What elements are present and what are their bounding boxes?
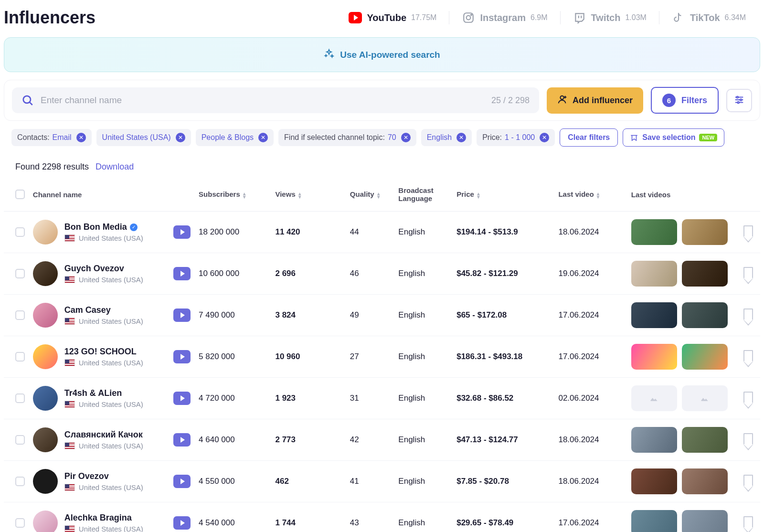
video-thumbnail[interactable] bbox=[631, 219, 677, 245]
bookmark-button[interactable] bbox=[743, 516, 753, 528]
avatar[interactable] bbox=[33, 427, 58, 452]
video-thumbnail[interactable] bbox=[682, 302, 728, 328]
search-input[interactable] bbox=[41, 95, 485, 106]
platform-tab-youtube[interactable]: YouTube17.75M bbox=[336, 11, 449, 24]
chip-label: Price: bbox=[482, 133, 502, 142]
search-box: 25 / 2 298 bbox=[12, 87, 539, 113]
download-link[interactable]: Download bbox=[96, 162, 134, 172]
channel-name[interactable]: Alechka Bragina bbox=[64, 513, 132, 523]
bookmark-button[interactable] bbox=[743, 433, 753, 445]
row-checkbox[interactable] bbox=[15, 269, 25, 278]
avatar[interactable] bbox=[33, 469, 58, 494]
channel-name[interactable]: Cam Casey bbox=[64, 305, 111, 315]
bookmark-button[interactable] bbox=[743, 309, 753, 320]
chip-remove-icon[interactable]: ✕ bbox=[540, 133, 549, 142]
video-thumbnail[interactable] bbox=[631, 427, 677, 453]
quality-value: 42 bbox=[346, 419, 395, 461]
channel-name[interactable]: Guych Ovezov bbox=[64, 264, 124, 274]
platform-tab-twitch[interactable]: Twitch1.03M bbox=[561, 11, 659, 24]
play-button[interactable] bbox=[173, 392, 191, 405]
play-button[interactable] bbox=[173, 309, 191, 322]
quality-value: 46 bbox=[346, 253, 395, 295]
row-checkbox[interactable] bbox=[15, 310, 25, 320]
avatar[interactable] bbox=[33, 261, 58, 286]
quality-value: 41 bbox=[346, 461, 395, 502]
bookmark-button[interactable] bbox=[743, 392, 753, 403]
play-button[interactable] bbox=[173, 350, 191, 363]
col-last-video[interactable]: Last video▲▼ bbox=[554, 181, 627, 212]
date-value: 18.06.2024 bbox=[554, 419, 627, 461]
bookmark-button[interactable] bbox=[743, 225, 753, 237]
bookmark-button[interactable] bbox=[743, 475, 753, 486]
video-thumbnail[interactable] bbox=[682, 344, 728, 370]
play-icon bbox=[180, 437, 185, 443]
twitch-icon bbox=[573, 11, 586, 24]
chip-remove-icon[interactable]: ✕ bbox=[76, 133, 86, 142]
row-checkbox[interactable] bbox=[15, 352, 25, 362]
video-thumbnail[interactable] bbox=[631, 302, 677, 328]
channel-name[interactable]: Pir Ovezov bbox=[64, 471, 109, 481]
play-button[interactable] bbox=[173, 267, 191, 280]
youtube-icon bbox=[349, 12, 362, 23]
play-button[interactable] bbox=[173, 516, 191, 530]
video-thumbnail[interactable] bbox=[682, 427, 728, 453]
video-thumbnail[interactable] bbox=[682, 468, 728, 494]
play-button[interactable] bbox=[173, 475, 191, 488]
chip-remove-icon[interactable]: ✕ bbox=[258, 133, 268, 142]
play-icon bbox=[180, 520, 185, 526]
play-button[interactable] bbox=[173, 433, 191, 447]
video-thumbnail[interactable] bbox=[631, 510, 677, 532]
bookmark-button[interactable] bbox=[743, 350, 753, 362]
subscribers-value: 4 640 000 bbox=[195, 419, 271, 461]
channel-name[interactable]: Tr4sh & ALien bbox=[64, 388, 122, 398]
chip-value: 70 bbox=[388, 133, 396, 142]
row-checkbox[interactable] bbox=[15, 435, 25, 445]
col-price[interactable]: Price▲▼ bbox=[453, 181, 554, 212]
views-value: 3 824 bbox=[271, 295, 346, 336]
price-value: $47.13 - $124.77 bbox=[453, 419, 554, 461]
select-all-checkbox[interactable] bbox=[15, 190, 25, 199]
chip-remove-icon[interactable]: ✕ bbox=[456, 133, 466, 142]
video-thumbnail[interactable] bbox=[631, 344, 677, 370]
platform-tab-tiktok[interactable]: TikTok6.34M bbox=[659, 11, 758, 24]
platform-tab-instagram[interactable]: Instagram6.9M bbox=[449, 11, 560, 24]
col-subscribers[interactable]: Subscribers▲▼ bbox=[195, 181, 271, 212]
save-selection-button[interactable]: Save selectionNEW bbox=[623, 128, 724, 147]
col-channel-name[interactable]: Channel name bbox=[29, 181, 170, 212]
col-views[interactable]: Views▲▼ bbox=[271, 181, 346, 212]
play-button[interactable] bbox=[173, 225, 191, 239]
filters-button[interactable]: 6 Filters bbox=[651, 87, 719, 114]
filter-chip: United States (USA)✕ bbox=[96, 129, 191, 146]
platform-tabs: YouTube17.75MInstagram6.9MTwitch1.03MTik… bbox=[336, 11, 758, 24]
avatar[interactable] bbox=[33, 303, 58, 328]
flag-icon bbox=[64, 525, 75, 532]
date-value: 18.06.2024 bbox=[554, 212, 627, 253]
chip-remove-icon[interactable]: ✕ bbox=[176, 133, 185, 142]
avatar[interactable] bbox=[33, 220, 58, 245]
avatar[interactable] bbox=[33, 511, 58, 532]
chip-remove-icon[interactable]: ✕ bbox=[401, 133, 411, 142]
col-quality[interactable]: Quality▲▼ bbox=[346, 181, 395, 212]
channel-name[interactable]: Bon Bon Media bbox=[64, 222, 127, 232]
ai-search-banner[interactable]: Use AI-powered search bbox=[4, 37, 760, 72]
row-checkbox[interactable] bbox=[15, 477, 25, 486]
views-value: 2 773 bbox=[271, 419, 346, 461]
avatar[interactable] bbox=[33, 386, 58, 411]
video-thumbnail[interactable] bbox=[682, 261, 728, 287]
video-thumbnail[interactable] bbox=[682, 510, 728, 532]
row-checkbox[interactable] bbox=[15, 227, 25, 237]
video-thumbnail[interactable] bbox=[631, 468, 677, 494]
video-thumbnail[interactable] bbox=[631, 261, 677, 287]
thumbnails bbox=[631, 302, 732, 328]
bookmark-button[interactable] bbox=[743, 267, 753, 278]
row-checkbox[interactable] bbox=[15, 518, 25, 528]
date-value: 17.06.2024 bbox=[554, 502, 627, 532]
channel-name[interactable]: 123 GO! SCHOOL bbox=[64, 347, 137, 357]
channel-name[interactable]: Славянский Качок bbox=[64, 430, 143, 440]
video-thumbnail[interactable] bbox=[682, 219, 728, 245]
clear-filters-button[interactable]: Clear filters bbox=[560, 128, 618, 147]
adjust-button[interactable] bbox=[726, 89, 752, 112]
add-influencer-button[interactable]: Add influencer bbox=[547, 87, 643, 114]
avatar[interactable] bbox=[33, 344, 58, 369]
row-checkbox[interactable] bbox=[15, 394, 25, 403]
